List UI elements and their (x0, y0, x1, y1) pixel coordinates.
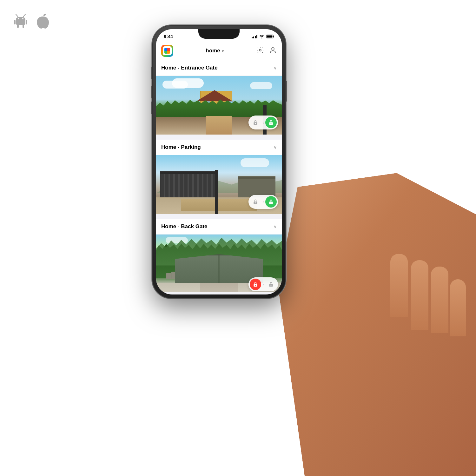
parking-chevron: ∨ (274, 145, 277, 150)
entrance-gate-image: ‹ (156, 76, 282, 135)
settings-icon[interactable] (256, 46, 264, 55)
phone-notch (198, 29, 240, 39)
os-icons-container (13, 13, 51, 29)
entrance-gate-title: Home - Entrance Gate (161, 65, 218, 71)
backgate-toggle-divider: › (262, 282, 265, 287)
svg-point-14 (255, 123, 256, 124)
svg-rect-10 (267, 35, 273, 37)
phone-frame: 9:41 (152, 25, 286, 298)
nav-chevron-icon: ∨ (221, 49, 224, 53)
svg-point-11 (259, 49, 261, 51)
svg-point-16 (271, 123, 271, 124)
svg-rect-4 (14, 20, 16, 24)
svg-point-12 (272, 48, 274, 50)
gap-1 (156, 137, 282, 140)
svg-point-22 (255, 285, 256, 286)
app-nav-bar: home ∨ (156, 42, 282, 60)
apple-icon (34, 13, 51, 29)
battery-icon (266, 35, 274, 38)
entrance-lock-toggle[interactable]: ‹ (248, 116, 278, 129)
svg-point-2 (18, 18, 19, 19)
parking-lock-btn[interactable] (250, 196, 261, 208)
parking-header[interactable]: Home - Parking ∨ (156, 140, 282, 155)
svg-rect-5 (26, 20, 27, 24)
entrance-gate-section: Home - Entrance Gate ∨ (156, 60, 282, 135)
backgate-header[interactable]: Home - Back Gate ∨ (156, 219, 282, 235)
nav-home-title[interactable]: home ∨ (206, 48, 224, 54)
gap-2 (156, 216, 282, 219)
backgate-title: Home - Back Gate (161, 223, 208, 230)
entrance-gate-header[interactable]: Home - Entrance Gate ∨ (156, 60, 282, 76)
svg-point-3 (22, 18, 23, 19)
signal-icon (252, 35, 257, 38)
svg-point-20 (271, 202, 271, 203)
parking-title: Home - Parking (161, 144, 201, 150)
svg-rect-9 (274, 36, 274, 37)
backgate-lock-btn[interactable] (250, 279, 261, 290)
svg-point-24 (271, 285, 271, 286)
status-icons (252, 35, 274, 38)
entrance-unlock-btn[interactable] (265, 117, 277, 128)
app-content[interactable]: Home - Entrance Gate ∨ (156, 60, 282, 292)
profile-icon[interactable] (269, 46, 277, 55)
parking-section: Home - Parking ∨ (156, 140, 282, 214)
svg-line-0 (16, 14, 18, 17)
entrance-lock-btn[interactable] (250, 117, 261, 128)
backgate-chevron: ∨ (274, 224, 277, 229)
backgate-lock-toggle[interactable]: › (248, 277, 278, 291)
svg-rect-6 (17, 25, 19, 28)
status-time: 9:41 (164, 34, 173, 39)
svg-line-1 (23, 14, 25, 17)
fingers (374, 254, 470, 444)
parking-unlock-btn[interactable] (265, 196, 277, 208)
app-logo[interactable] (161, 45, 173, 57)
wifi-icon (259, 35, 264, 38)
backgate-image: › (156, 235, 282, 292)
svg-point-18 (255, 202, 256, 203)
toggle-divider: ‹ (262, 120, 265, 125)
android-icon (13, 13, 29, 29)
backgate-unlock-btn[interactable] (265, 279, 277, 290)
parking-toggle-divider: ‹ (262, 199, 265, 204)
svg-rect-7 (23, 25, 24, 28)
backgate-section: Home - Back Gate ∨ (156, 219, 282, 292)
entrance-gate-chevron: ∨ (274, 65, 277, 70)
parking-lock-toggle[interactable]: ‹ (248, 195, 278, 209)
nav-actions (256, 46, 277, 55)
parking-gate-image: ‹ (156, 155, 282, 214)
